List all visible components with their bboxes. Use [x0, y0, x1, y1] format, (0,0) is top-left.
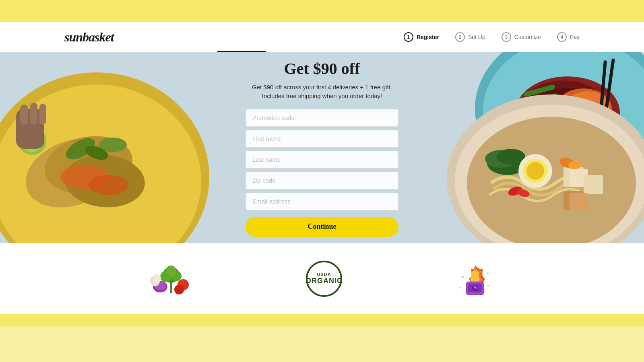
- zip-code-input[interactable]: [246, 172, 398, 189]
- timer-badge: ✦ ✦ ✦ ✦: [455, 261, 495, 297]
- veggie-illustration: [149, 261, 193, 297]
- step-circle-4: 4: [557, 32, 567, 42]
- step-label-pay: Pay: [570, 34, 580, 40]
- svg-point-55: [166, 265, 176, 276]
- step-label-customize: Customize: [514, 34, 541, 40]
- svg-point-9: [89, 175, 129, 195]
- hero-title: Get $90 off: [246, 59, 398, 78]
- step-customize[interactable]: 3 Customize: [502, 32, 541, 42]
- step-label-setup: Set Up: [468, 34, 485, 40]
- logo: sunbasket: [64, 30, 114, 45]
- food-right-bottom-image: [427, 74, 644, 243]
- bottom-badges: USDA ORGANIC ✦ ✦ ✦ ✦: [0, 243, 644, 314]
- usda-label: USDA: [317, 272, 331, 277]
- bottom-bar: [0, 314, 644, 326]
- svg-point-62: [153, 274, 161, 284]
- svg-point-58: [174, 285, 184, 294]
- svg-rect-14: [30, 103, 37, 125]
- usda-badge-circle: USDA ORGANIC: [306, 261, 342, 297]
- steps-nav: 1 Register 2 Set Up 3 Customize 4 Pay: [404, 32, 580, 42]
- svg-rect-57: [182, 279, 184, 282]
- svg-rect-43: [570, 193, 588, 210]
- step-label-register: Register: [417, 34, 439, 40]
- food-left-image: [0, 52, 209, 243]
- svg-text:✦: ✦: [461, 274, 465, 280]
- veggie-badge: [149, 261, 193, 297]
- hero-subtitle: Get $90 off across your first 4 deliveri…: [246, 83, 398, 101]
- svg-rect-15: [39, 104, 46, 125]
- step-circle-2: 2: [455, 32, 465, 42]
- step-circle-3: 3: [502, 32, 511, 42]
- step-register[interactable]: 1 Register: [404, 32, 439, 42]
- svg-text:✦: ✦: [459, 286, 462, 290]
- svg-rect-13: [20, 105, 28, 125]
- first-name-input[interactable]: [246, 130, 398, 148]
- registration-form: Get $90 off Get $90 off across your firs…: [246, 59, 398, 237]
- step-circle-1: 1: [404, 32, 413, 42]
- svg-text:✦: ✦: [488, 284, 491, 288]
- step-underline: [217, 51, 266, 52]
- svg-text:✦: ✦: [486, 271, 489, 276]
- step-pay[interactable]: 4 Pay: [557, 32, 580, 42]
- promotion-code-input[interactable]: [246, 109, 398, 127]
- svg-point-46: [526, 162, 544, 180]
- timer-illustration: ✦ ✦ ✦ ✦: [455, 261, 495, 297]
- organic-label: ORGANIC: [305, 277, 343, 285]
- svg-point-35: [467, 117, 636, 243]
- hero-section: Get $90 off Get $90 off across your firs…: [0, 52, 644, 243]
- svg-rect-41: [584, 175, 603, 194]
- top-bar: [0, 0, 644, 22]
- step-setup[interactable]: 2 Set Up: [455, 32, 485, 42]
- usda-badge: USDA ORGANIC: [306, 261, 342, 297]
- continue-button[interactable]: Continue: [246, 217, 398, 237]
- email-input[interactable]: [246, 193, 398, 210]
- last-name-input[interactable]: [246, 151, 398, 169]
- header: sunbasket 1 Register 2 Set Up 3 Customiz…: [0, 22, 644, 52]
